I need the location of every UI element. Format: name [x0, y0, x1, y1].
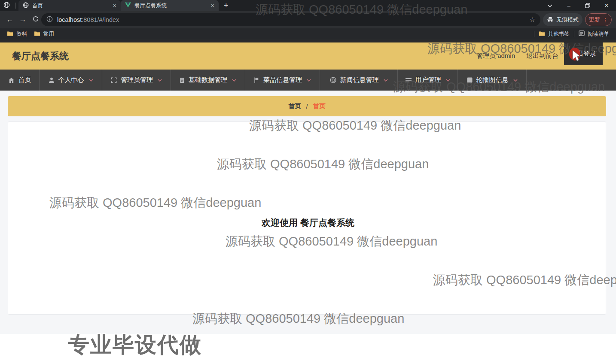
nav-item-base-data-management[interactable]: 基础数据管理 — [171, 70, 245, 91]
globe-icon — [3, 2, 10, 10]
breadcrumb: 首页 / 首页 — [8, 96, 606, 116]
bookmark-folder-changyong[interactable]: 常用 — [34, 30, 54, 38]
reload-icon[interactable] — [29, 15, 42, 24]
breadcrumb-separator: / — [306, 103, 308, 110]
bookmark-star-icon[interactable]: ☆ — [530, 16, 535, 24]
admin-label: 管理员 admin — [476, 52, 515, 60]
tab-title: 餐厅点餐系统 — [134, 2, 207, 9]
site-title: 餐厅点餐系统 — [12, 50, 69, 63]
corner-watermark-text: 专业毕设代做 — [68, 331, 202, 359]
browser-toolbar: ← → localhost:8081/#/index ☆ 无痕模式 更新 ⋮ — [0, 11, 616, 28]
list-icon — [406, 78, 412, 83]
incognito-label: 无痕模式 — [556, 16, 579, 24]
minimize-button[interactable]: – — [559, 0, 578, 11]
menu-kebab-icon[interactable]: ⋮ — [603, 17, 608, 23]
chevron-down-icon — [232, 79, 236, 82]
browser-tab-home[interactable]: 首页 × — [18, 0, 121, 11]
main-nav: 首页 个人中心 管理员管理 基础数据管理 菜品 — [0, 70, 616, 91]
welcome-title: 欢迎使用 餐厅点餐系统 — [0, 217, 616, 229]
close-tab-icon[interactable]: × — [113, 3, 116, 9]
tab-search-chevron-icon[interactable] — [540, 0, 559, 11]
exit-to-front-link[interactable]: 退出到前台 — [526, 52, 558, 60]
incognito-badge: 无痕模式 — [543, 13, 582, 26]
breadcrumb-current: 首页 — [313, 102, 326, 110]
news-icon — [330, 77, 336, 83]
divider — [574, 31, 574, 37]
chevron-down-icon — [513, 79, 518, 82]
address-bar[interactable]: localhost:8081/#/index ☆ — [41, 13, 540, 26]
chevron-down-icon — [446, 79, 450, 82]
bookmarks-bar: 资料 常用 其他书签 阅读清单 — [0, 28, 616, 39]
breadcrumb-home-link[interactable]: 首页 — [288, 102, 301, 110]
header-user-area: 管理员 admin 退出到前台 — [476, 42, 558, 70]
site-header: 餐厅点餐系统 管理员 admin 退出到前台 退出登录 — [0, 42, 616, 70]
globe-icon — [23, 2, 29, 9]
nav-item-carousel-info[interactable]: 轮播图信息 — [458, 70, 527, 91]
folder-icon — [539, 31, 545, 37]
update-button[interactable]: 更新 ⋮ — [585, 13, 612, 26]
logout-button[interactable]: 退出登录 — [564, 42, 603, 65]
nav-item-user-management[interactable]: 用户管理 — [398, 70, 458, 91]
forward-icon[interactable]: → — [16, 15, 29, 24]
tab-title: 首页 — [32, 2, 110, 9]
chevron-down-icon — [384, 79, 388, 82]
screen: 首页 × 餐厅点餐系统 × + – × ← → — [0, 0, 616, 364]
nav-item-admin-management[interactable]: 管理员管理 — [102, 70, 171, 91]
tab-separator — [15, 3, 16, 9]
close-tab-icon[interactable]: × — [211, 3, 214, 9]
bookmark-folder-ziliao[interactable]: 资料 — [7, 30, 27, 38]
chevron-down-icon — [158, 79, 162, 82]
maximize-button[interactable] — [578, 0, 597, 11]
incognito-icon — [547, 16, 554, 24]
divider — [534, 31, 534, 37]
vue-icon — [125, 2, 131, 9]
chevron-down-icon — [307, 79, 311, 82]
pinned-tab[interactable] — [0, 0, 13, 11]
document-icon — [180, 77, 185, 83]
flag-icon — [254, 77, 259, 83]
window-controls: – × — [540, 0, 616, 11]
home-icon — [8, 77, 15, 83]
info-icon[interactable] — [46, 16, 53, 24]
other-bookmarks-button[interactable]: 其他书签 — [539, 30, 570, 38]
browser-tab-bar: 首页 × 餐厅点餐系统 × + – × — [0, 0, 616, 11]
image-icon — [467, 77, 473, 83]
browser-tab-restaurant[interactable]: 餐厅点餐系统 × — [121, 0, 219, 11]
back-icon[interactable]: ← — [3, 15, 16, 24]
page-top-strip — [0, 39, 616, 42]
reading-list-icon — [579, 30, 585, 37]
user-icon — [49, 77, 55, 83]
url-text: localhost:8081/#/index — [57, 16, 119, 23]
new-tab-button[interactable]: + — [224, 1, 229, 10]
close-window-button[interactable]: × — [597, 0, 616, 11]
folder-icon — [34, 31, 40, 37]
update-label: 更新 — [589, 16, 600, 24]
bookmarks-right: 其他书签 阅读清单 — [530, 30, 616, 38]
nav-item-personal-center[interactable]: 个人中心 — [40, 70, 102, 91]
folder-icon — [7, 31, 13, 37]
chevron-down-icon — [89, 79, 93, 82]
reading-list-button[interactable]: 阅读清单 — [579, 30, 609, 38]
nav-item-home[interactable]: 首页 — [0, 70, 40, 91]
nav-item-dish-info-management[interactable]: 菜品信息管理 — [245, 70, 320, 91]
nav-item-news-info-management[interactable]: 新闻信息管理 — [320, 70, 398, 91]
frame-icon — [111, 77, 117, 83]
